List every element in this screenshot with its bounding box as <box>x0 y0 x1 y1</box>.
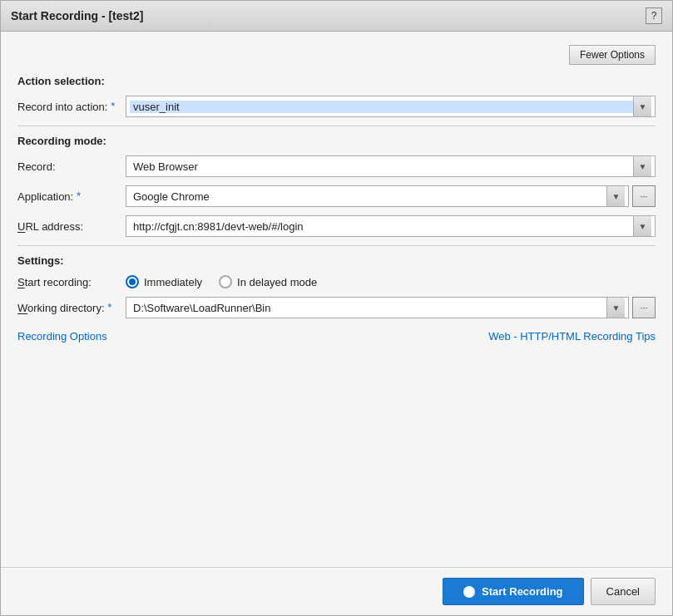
record-into-action-control: vuser_init ▼ <box>126 96 656 117</box>
footer: Start Recording Cancel <box>1 567 672 615</box>
working-dir-value: D:\Software\LoadRunner\Bin <box>130 302 606 314</box>
record-label: Record: <box>17 160 126 173</box>
record-into-action-label: Record into action: * <box>17 101 126 113</box>
url-row: URL address: http://cfgjt.cn:8981/devt-w… <box>17 215 656 237</box>
record-value: Web Browser <box>130 160 633 173</box>
start-recording-row: Start recording: Immediately In delayed … <box>17 275 656 288</box>
links-row: Recording Options Web - HTTP/HTML Record… <box>17 330 656 342</box>
delayed-label: In delayed mode <box>237 276 317 288</box>
working-dir-browse-button[interactable]: ··· <box>632 297 656 318</box>
working-dir-dropdown[interactable]: D:\Software\LoadRunner\Bin ▼ <box>126 297 629 318</box>
application-control: Google Chrome ▼ ··· <box>126 185 656 207</box>
application-dropdown[interactable]: Google Chrome ▼ <box>126 185 629 207</box>
divider-1 <box>17 126 656 126</box>
required-star-action: * <box>111 101 115 112</box>
cancel-button[interactable]: Cancel <box>591 578 656 605</box>
record-into-action-dropdown[interactable]: vuser_init ▼ <box>126 96 656 117</box>
url-label: URL address: <box>17 220 126 233</box>
working-dir-label: Working directory: * <box>17 302 126 314</box>
fewer-options-row: Fewer Options <box>17 45 656 65</box>
immediately-radio[interactable] <box>126 275 139 288</box>
start-recording-button[interactable]: Start Recording <box>443 578 584 605</box>
start-recording-control: Immediately In delayed mode <box>126 275 656 288</box>
help-button[interactable]: ? <box>646 7 662 24</box>
url-control: http://cfgjt.cn:8981/devt-web/#/login ▼ <box>126 215 656 237</box>
required-star-app: * <box>77 190 81 202</box>
record-control: Web Browser ▼ <box>126 155 656 177</box>
delayed-radio[interactable] <box>219 275 232 288</box>
application-value: Google Chrome <box>130 190 606 203</box>
working-dir-row: Working directory: * D:\Software\LoadRun… <box>17 297 656 318</box>
record-into-action-row: Record into action: * vuser_init ▼ <box>17 96 656 117</box>
url-value: http://cfgjt.cn:8981/devt-web/#/login <box>130 220 633 233</box>
immediately-label: Immediately <box>144 276 202 288</box>
recording-options-link[interactable]: Recording Options <box>17 330 107 342</box>
action-selection-heading: Action selection: <box>17 75 656 87</box>
title-bar: Start Recording - [test2] ? <box>1 1 672 32</box>
record-row: Record: Web Browser ▼ <box>17 155 656 177</box>
record-dropdown[interactable]: Web Browser ▼ <box>126 155 656 177</box>
record-into-action-arrow[interactable]: ▼ <box>633 96 651 116</box>
working-dir-arrow[interactable]: ▼ <box>606 298 625 318</box>
immediately-radio-dot <box>129 278 136 285</box>
delayed-option[interactable]: In delayed mode <box>219 275 317 288</box>
start-recording-icon <box>463 586 475 598</box>
recording-tips-link[interactable]: Web - HTTP/HTML Recording Tips <box>488 330 656 342</box>
dialog: Start Recording - [test2] ? Fewer Option… <box>0 0 673 616</box>
url-arrow[interactable]: ▼ <box>633 216 651 236</box>
application-browse-button[interactable]: ··· <box>632 185 656 207</box>
application-arrow[interactable]: ▼ <box>606 186 625 206</box>
url-dropdown[interactable]: http://cfgjt.cn:8981/devt-web/#/login ▼ <box>126 215 656 237</box>
application-label: Application: * <box>17 190 126 203</box>
working-dir-control: D:\Software\LoadRunner\Bin ▼ ··· <box>126 297 656 318</box>
start-recording-button-label: Start Recording <box>482 585 563 598</box>
divider-2 <box>17 245 656 246</box>
immediately-option[interactable]: Immediately <box>126 275 202 288</box>
record-arrow[interactable]: ▼ <box>633 156 651 176</box>
dialog-title: Start Recording - [test2] <box>11 9 143 22</box>
start-recording-radio-group: Immediately In delayed mode <box>126 275 317 288</box>
start-recording-label: Start recording: <box>17 276 126 288</box>
record-into-action-value: vuser_init <box>130 101 633 113</box>
fewer-options-button[interactable]: Fewer Options <box>569 45 656 65</box>
settings-heading: Settings: <box>17 254 656 267</box>
required-star-dir: * <box>108 302 112 313</box>
recording-mode-heading: Recording mode: <box>17 135 656 147</box>
content-area: Fewer Options Action selection: Record i… <box>1 32 672 567</box>
application-row: Application: * Google Chrome ▼ ··· <box>17 185 656 207</box>
